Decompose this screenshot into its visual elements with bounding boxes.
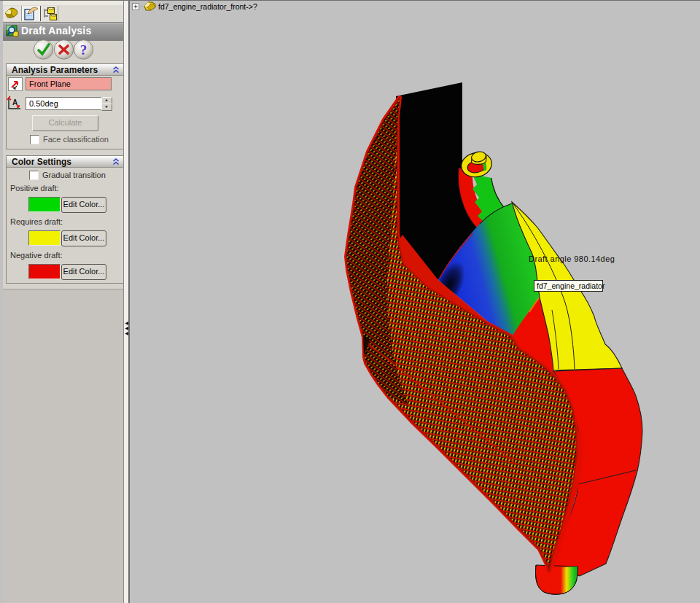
svg-text:?: ? (80, 42, 88, 58)
svg-text:A: A (12, 98, 18, 106)
